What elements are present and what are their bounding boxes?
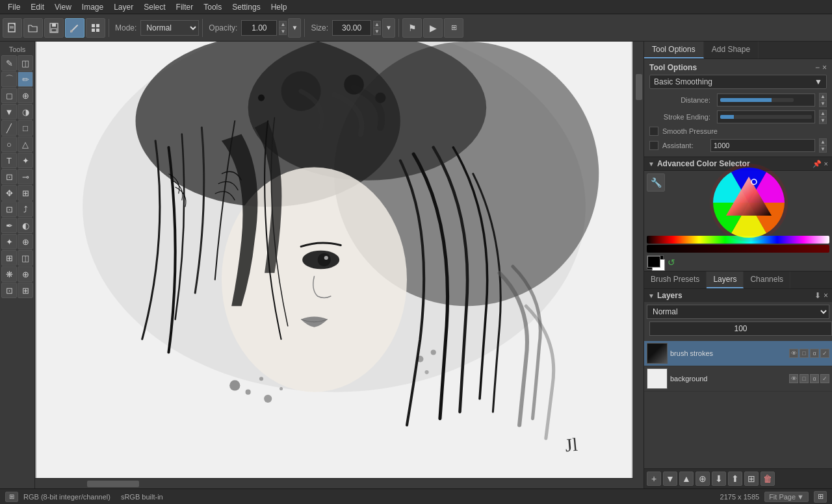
- eraser-tool[interactable]: ◻: [1, 88, 17, 103]
- menu-select[interactable]: Select: [138, 1, 170, 13]
- extra-tool-1[interactable]: ⊡: [1, 283, 17, 298]
- clone-tool[interactable]: ⊕: [18, 88, 33, 103]
- distance-up[interactable]: ▲: [819, 93, 827, 100]
- layer-merge-button[interactable]: ⊞: [744, 472, 759, 486]
- menu-view[interactable]: View: [49, 1, 77, 13]
- magic-wand-tool[interactable]: ✦: [18, 153, 33, 168]
- transform-tool[interactable]: ⊞: [18, 185, 33, 201]
- smooth-pressure-checkbox[interactable]: [649, 127, 658, 136]
- vertical-scrollbar[interactable]: [633, 42, 644, 478]
- extra-btn-3[interactable]: ⊞: [444, 18, 463, 38]
- open-file-button[interactable]: [23, 18, 43, 38]
- menu-filter[interactable]: Filter: [171, 1, 199, 13]
- stroke-ending-up[interactable]: ▲: [819, 110, 827, 117]
- menu-image[interactable]: Image: [77, 1, 109, 13]
- opacity-display[interactable]: 100: [649, 321, 832, 336]
- tab-tool-options[interactable]: Tool Options: [644, 42, 704, 58]
- something-tool[interactable]: ◫: [18, 55, 33, 71]
- path-tool[interactable]: ⤴: [18, 201, 33, 217]
- color-adjust-tool[interactable]: ⊕: [18, 266, 33, 282]
- layer-background[interactable]: background 👁 □ α ✓: [644, 366, 832, 392]
- opacity-down-arrow[interactable]: ▼: [279, 28, 287, 35]
- size-input[interactable]: [332, 20, 371, 36]
- opacity-arrows[interactable]: ▲ ▼: [279, 21, 287, 35]
- foreground-color-swatch[interactable]: [647, 255, 664, 270]
- opacity-toggle-button[interactable]: ▼: [288, 18, 301, 38]
- fit-page-button[interactable]: ⊞: [814, 491, 827, 503]
- layer-move-down-button[interactable]: ⬇: [712, 472, 726, 486]
- minimize-icon[interactable]: −: [815, 63, 820, 72]
- horizontal-scrollbar[interactable]: [35, 478, 633, 488]
- mode-select[interactable]: Normal: [140, 20, 199, 36]
- stroke-ending-down[interactable]: ▼: [819, 117, 827, 124]
- layer-up-button[interactable]: ▲: [679, 472, 694, 486]
- gradient-tool[interactable]: ◑: [18, 104, 33, 120]
- layers-collapse-icon[interactable]: ▼: [648, 292, 655, 299]
- size-up-arrow[interactable]: ▲: [373, 21, 381, 28]
- size-arrows[interactable]: ▲ ▼: [373, 21, 381, 35]
- layer-bg-lock-icon[interactable]: □: [800, 374, 809, 383]
- brush-tool[interactable]: ✏: [18, 71, 33, 87]
- size-down-arrow[interactable]: ▼: [373, 28, 381, 35]
- layer-down-button[interactable]: ▼: [663, 472, 677, 486]
- hscroll-thumb[interactable]: [87, 481, 139, 487]
- layer-bg-eye-icon[interactable]: 👁: [789, 374, 798, 383]
- assistant-value[interactable]: 1000: [710, 139, 815, 152]
- freehand-tool[interactable]: ⌒: [1, 71, 17, 87]
- color-wheel-container[interactable]: [668, 173, 829, 232]
- layer-move-up-button[interactable]: ⬆: [728, 472, 742, 486]
- line-tool[interactable]: ╱: [1, 120, 17, 136]
- color-refresh-button[interactable]: ↺: [666, 256, 677, 269]
- pen-tool[interactable]: ✒: [1, 218, 17, 233]
- assistant-checkbox[interactable]: [649, 141, 658, 150]
- extra-btn-2[interactable]: ▶: [423, 18, 443, 38]
- assistant-up[interactable]: ▲: [819, 138, 827, 145]
- layer-bg-filter-icon[interactable]: ✓: [820, 374, 829, 383]
- tool-preset-button[interactable]: [86, 18, 105, 38]
- crop-tool[interactable]: ⊡: [1, 201, 17, 217]
- burn-tool[interactable]: ◐: [18, 218, 33, 233]
- smoothing-dropdown[interactable]: Basic Smoothing ▼: [649, 75, 827, 89]
- ellipse-tool[interactable]: ○: [1, 136, 17, 152]
- opacity-input[interactable]: [241, 20, 277, 36]
- text-tool[interactable]: T: [1, 153, 17, 168]
- menu-settings[interactable]: Settings: [227, 1, 265, 13]
- close-icon[interactable]: ×: [822, 63, 827, 72]
- select-lasso-tool[interactable]: ⊸: [18, 169, 33, 184]
- paint-tool[interactable]: ✎: [1, 55, 17, 71]
- smart-patch-tool[interactable]: ◫: [18, 250, 33, 266]
- tab-brush-presets[interactable]: Brush Presets: [644, 271, 707, 288]
- menu-tools[interactable]: Tools: [198, 1, 227, 13]
- extra-btn-1[interactable]: ⚑: [402, 18, 422, 38]
- vscroll-thumb[interactable]: [636, 74, 642, 100]
- add-layer-button[interactable]: +: [647, 472, 661, 486]
- eyedropper-tool[interactable]: ✦: [1, 234, 17, 249]
- tab-layers[interactable]: Layers: [707, 271, 744, 288]
- blur-tool[interactable]: ❋: [1, 266, 17, 282]
- layers-close-icon[interactable]: ×: [824, 291, 828, 300]
- cs-pin-icon[interactable]: 📌: [812, 160, 822, 168]
- layer-alpha-icon[interactable]: α: [810, 349, 819, 358]
- distance-value[interactable]: [717, 94, 815, 107]
- grid-tool[interactable]: ⊞: [1, 250, 17, 266]
- layers-pin-icon[interactable]: ⬇: [814, 291, 821, 300]
- layer-copy-button[interactable]: ⊕: [696, 472, 710, 486]
- color-wheel[interactable]: [710, 164, 788, 242]
- move-tool[interactable]: ✥: [1, 185, 17, 201]
- saturation-bar[interactable]: [647, 245, 829, 253]
- zoom-tool[interactable]: ⊕: [18, 234, 33, 249]
- fill-tool[interactable]: ▼: [1, 104, 17, 120]
- opacity-up-arrow[interactable]: ▲: [279, 21, 287, 28]
- size-toggle-button[interactable]: ▼: [382, 18, 395, 38]
- tab-channels[interactable]: Channels: [744, 271, 790, 288]
- layers-mode-select[interactable]: Normal: [647, 305, 829, 319]
- assistant-down[interactable]: ▼: [819, 145, 827, 153]
- canvas-container[interactable]: Jl: [35, 42, 633, 478]
- select-rect-tool[interactable]: ⊡: [1, 169, 17, 184]
- rect-tool[interactable]: □: [18, 120, 33, 136]
- new-file-button[interactable]: [3, 18, 22, 38]
- tab-add-shape[interactable]: Add Shape: [704, 42, 759, 58]
- polygon-tool[interactable]: △: [18, 136, 33, 152]
- menu-file[interactable]: File: [3, 1, 25, 13]
- menu-edit[interactable]: Edit: [25, 1, 49, 13]
